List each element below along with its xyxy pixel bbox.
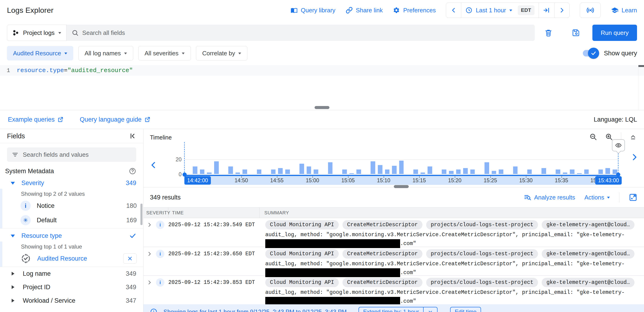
edit-time-button[interactable]: Edit time [450, 307, 481, 312]
histogram-bar[interactable] [228, 166, 233, 174]
collapse-panel-icon[interactable] [129, 132, 136, 140]
histogram-bar[interactable] [378, 165, 382, 174]
histogram-bar[interactable] [527, 170, 532, 174]
fields-search-input[interactable] [23, 151, 132, 158]
summary-chip[interactable]: gke-telemetry-agent@cloud… [542, 220, 634, 230]
editor-scrollbar-thumb[interactable] [638, 65, 644, 67]
field-value-default[interactable]: ✳ Default 169 [0, 213, 143, 227]
sidebar-field-workload-service[interactable]: Workload / Service 347 [0, 294, 143, 307]
remove-filter-button[interactable] [123, 254, 137, 264]
share-link-button[interactable]: Share link [346, 7, 383, 14]
histogram-bar[interactable] [606, 168, 610, 174]
expand-row-icon[interactable] [147, 222, 152, 228]
query-editor-line-1[interactable]: 1 resource.type="audited_resource" [0, 65, 644, 76]
histogram-bar[interactable] [563, 172, 568, 174]
sidebar-field-resource-type[interactable]: Resource type [0, 230, 143, 242]
histogram-bar[interactable] [428, 166, 432, 174]
time-axis-band[interactable]: 14:5014:5515:0015:0515:1015:1515:2015:25… [184, 176, 618, 185]
histogram-bar[interactable] [542, 168, 546, 174]
query-language-guide-link[interactable]: Query language guide [80, 116, 150, 123]
delete-query-icon[interactable] [535, 29, 562, 37]
summary-chip[interactable]: CreateMetricDescriptor [342, 249, 422, 258]
histogram-bar[interactable] [449, 171, 454, 174]
extend-time-caret[interactable] [423, 307, 437, 312]
query-editor-body[interactable] [0, 76, 644, 110]
histogram-bar[interactable] [413, 170, 418, 174]
editor-resize-handle[interactable] [314, 106, 330, 109]
timeline-pan-right-icon[interactable] [630, 153, 639, 162]
histogram-bar[interactable] [463, 168, 468, 174]
column-header-severity[interactable]: SEVERITY [144, 208, 168, 218]
log-scope-button[interactable]: Project logs [7, 25, 66, 41]
summary-chip[interactable]: projects/cloud-logs-test-project [426, 220, 538, 230]
histogram-bar[interactable] [470, 170, 475, 174]
histogram-bar[interactable] [356, 170, 361, 174]
histogram-bar[interactable] [484, 162, 489, 174]
extend-time-label[interactable]: Extend time by: 1 hour [359, 307, 423, 312]
zoom-out-icon[interactable] [589, 133, 597, 141]
summary-chip[interactable]: projects/cloud-logs-test-project [426, 249, 538, 258]
histogram-bar[interactable] [193, 166, 198, 174]
summary-chip[interactable]: CreateMetricDescriptor [342, 278, 422, 287]
histogram-bar[interactable] [442, 170, 446, 174]
histogram-bar[interactable] [499, 170, 503, 174]
show-query-toggle[interactable] [583, 49, 599, 57]
histogram-bar[interactable] [577, 173, 582, 174]
resource-filter-chip[interactable]: Audited Resource [7, 46, 73, 60]
collapsed-arrow-icon[interactable] [12, 285, 16, 289]
actions-dropdown[interactable]: Actions [584, 194, 610, 201]
histogram-bar[interactable] [350, 173, 354, 174]
expand-arrow-icon[interactable] [11, 234, 15, 240]
summary-chip[interactable]: Cloud Monitoring API [265, 220, 339, 230]
save-query-icon[interactable] [562, 29, 590, 37]
histogram-bar[interactable] [200, 170, 204, 174]
time-range-dropdown[interactable]: Last 1 hour EDT [461, 3, 538, 18]
analyze-results-button[interactable]: Analyze results [524, 194, 575, 201]
histogram-bar[interactable] [214, 161, 219, 174]
collapsed-arrow-icon[interactable] [12, 299, 16, 302]
timeline-selection-handle[interactable] [612, 139, 625, 151]
sidebar-field-severity[interactable]: Severity 349 [0, 177, 143, 189]
histogram-bar[interactable] [598, 170, 603, 174]
run-query-button[interactable]: Run query [592, 25, 637, 41]
log-entry-row[interactable]: i 2025-09-12 15:42:39.853 EDT Cloud Moni… [144, 275, 644, 304]
stream-logs-button[interactable] [580, 2, 601, 18]
histogram-bar[interactable] [342, 170, 347, 174]
histogram-bar[interactable] [385, 170, 390, 174]
summary-chip[interactable]: gke-telemetry-agent@cloud… [542, 249, 634, 258]
log-entry-row[interactable]: i 2025-09-12 15:42:39.549 EDT Cloud Moni… [144, 218, 644, 247]
histogram-bar[interactable] [456, 170, 461, 174]
expand-row-icon[interactable] [147, 251, 152, 257]
column-header-summary[interactable]: SUMMARY [260, 210, 644, 216]
histogram-bar[interactable] [513, 166, 518, 174]
query-library-button[interactable]: Query library [290, 7, 336, 14]
sidebar-field-log-name[interactable]: Log name 349 [0, 267, 143, 280]
histogram-bar[interactable] [570, 170, 574, 174]
histogram-bar[interactable] [370, 161, 375, 174]
edit-time-label[interactable]: Edit time [450, 307, 480, 312]
histogram-bar[interactable] [399, 161, 404, 174]
sidebar-field-project-id[interactable]: Project ID 349 [0, 280, 143, 294]
collapsed-arrow-icon[interactable] [12, 272, 16, 276]
histogram-bar[interactable] [285, 170, 290, 174]
histogram-bar[interactable] [207, 172, 212, 174]
field-value-audited-resource[interactable]: Audited Resource [0, 251, 143, 266]
panel-resize-handle[interactable] [394, 185, 409, 188]
column-header-time[interactable]: TIME [168, 208, 260, 218]
histogram-bar[interactable] [328, 162, 333, 174]
time-forward-button[interactable] [554, 3, 569, 18]
summary-chip[interactable]: gke-telemetry-agent@cloud… [542, 278, 634, 287]
field-value-notice[interactable]: i Notice 180 [0, 198, 143, 213]
jump-to-now-button[interactable] [539, 3, 554, 18]
help-icon[interactable] [129, 168, 136, 175]
histogram-bar[interactable] [307, 166, 311, 174]
learn-button[interactable]: Learn [611, 6, 637, 14]
summary-chip[interactable]: CreateMetricDescriptor [342, 220, 422, 230]
timeline-pan-left-icon[interactable] [149, 161, 158, 170]
correlate-filter-chip[interactable]: Correlate by [196, 46, 248, 60]
example-queries-link[interactable]: Example queries [8, 116, 64, 123]
timezone-badge[interactable]: EDT [518, 5, 534, 15]
query-editor[interactable]: 1 resource.type="audited_resource" [0, 65, 644, 110]
editor-scrollbar[interactable] [638, 65, 644, 110]
histogram-bar[interactable] [556, 170, 560, 174]
